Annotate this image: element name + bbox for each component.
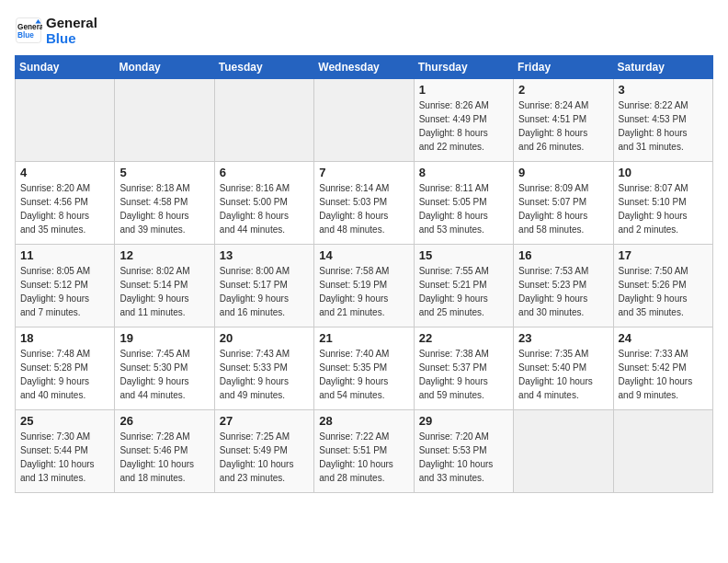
calendar-cell: 24Sunrise: 7:33 AM Sunset: 5:42 PM Dayli… <box>613 327 712 410</box>
calendar-cell: 18Sunrise: 7:48 AM Sunset: 5:28 PM Dayli… <box>16 327 115 410</box>
calendar-cell: 12Sunrise: 8:02 AM Sunset: 5:14 PM Dayli… <box>115 245 214 327</box>
calendar-cell <box>115 79 214 162</box>
calendar-cell: 14Sunrise: 7:58 AM Sunset: 5:19 PM Dayli… <box>314 245 414 327</box>
weekday-header: Wednesday <box>314 56 414 79</box>
day-info: Sunrise: 7:45 AM Sunset: 5:30 PM Dayligh… <box>119 347 209 402</box>
calendar-cell <box>16 79 115 162</box>
calendar-cell: 9Sunrise: 8:09 AM Sunset: 5:07 PM Daylig… <box>514 162 613 245</box>
day-number: 4 <box>20 166 109 179</box>
calendar-cell: 28Sunrise: 7:22 AM Sunset: 5:51 PM Dayli… <box>314 410 414 493</box>
day-info: Sunrise: 7:53 AM Sunset: 5:23 PM Dayligh… <box>518 264 608 319</box>
day-info: Sunrise: 8:18 AM Sunset: 4:58 PM Dayligh… <box>119 181 209 236</box>
calendar-cell: 2Sunrise: 8:24 AM Sunset: 4:51 PM Daylig… <box>514 79 613 162</box>
day-number: 17 <box>619 248 708 262</box>
day-number: 25 <box>20 414 109 428</box>
day-number: 13 <box>220 248 309 262</box>
day-info: Sunrise: 7:40 AM Sunset: 5:35 PM Dayligh… <box>319 347 408 402</box>
calendar-cell <box>314 79 414 162</box>
logo-blue: Blue <box>46 30 97 46</box>
weekday-header: Thursday <box>414 56 513 79</box>
day-info: Sunrise: 7:48 AM Sunset: 5:28 PM Dayligh… <box>20 347 109 402</box>
calendar-table: SundayMondayTuesdayWednesdayThursdayFrid… <box>15 55 713 493</box>
day-number: 1 <box>419 83 508 97</box>
calendar-cell: 16Sunrise: 7:53 AM Sunset: 5:23 PM Dayli… <box>514 245 613 327</box>
weekday-header: Friday <box>514 56 613 79</box>
weekday-header: Tuesday <box>214 56 313 79</box>
day-number: 14 <box>319 248 408 262</box>
day-info: Sunrise: 8:07 AM Sunset: 5:10 PM Dayligh… <box>619 181 708 236</box>
day-info: Sunrise: 7:30 AM Sunset: 5:44 PM Dayligh… <box>20 430 109 485</box>
calendar-cell: 6Sunrise: 8:16 AM Sunset: 5:00 PM Daylig… <box>214 162 313 245</box>
day-info: Sunrise: 8:05 AM Sunset: 5:12 PM Dayligh… <box>20 264 109 319</box>
day-number: 16 <box>518 248 608 262</box>
calendar-cell <box>214 79 313 162</box>
day-number: 23 <box>518 331 608 345</box>
page-header: General Blue General Blue <box>15 15 713 46</box>
weekday-header: Sunday <box>16 56 115 79</box>
day-info: Sunrise: 8:11 AM Sunset: 5:05 PM Dayligh… <box>419 181 508 236</box>
calendar-cell: 7Sunrise: 8:14 AM Sunset: 5:03 PM Daylig… <box>314 162 414 245</box>
calendar-cell <box>613 410 712 493</box>
calendar-cell: 22Sunrise: 7:38 AM Sunset: 5:37 PM Dayli… <box>414 327 513 410</box>
day-info: Sunrise: 7:35 AM Sunset: 5:40 PM Dayligh… <box>518 347 608 402</box>
day-info: Sunrise: 8:16 AM Sunset: 5:00 PM Dayligh… <box>220 181 309 236</box>
day-info: Sunrise: 7:58 AM Sunset: 5:19 PM Dayligh… <box>319 264 408 319</box>
day-number: 8 <box>419 166 508 179</box>
day-number: 22 <box>419 331 508 345</box>
day-number: 21 <box>319 331 408 345</box>
day-info: Sunrise: 7:33 AM Sunset: 5:42 PM Dayligh… <box>619 347 708 402</box>
calendar-cell: 4Sunrise: 8:20 AM Sunset: 4:56 PM Daylig… <box>16 162 115 245</box>
calendar-cell: 29Sunrise: 7:20 AM Sunset: 5:53 PM Dayli… <box>414 410 513 493</box>
day-info: Sunrise: 7:25 AM Sunset: 5:49 PM Dayligh… <box>220 430 309 485</box>
day-number: 26 <box>119 414 209 428</box>
day-info: Sunrise: 8:02 AM Sunset: 5:14 PM Dayligh… <box>119 264 209 319</box>
calendar-cell: 19Sunrise: 7:45 AM Sunset: 5:30 PM Dayli… <box>115 327 214 410</box>
day-number: 29 <box>419 414 508 428</box>
day-info: Sunrise: 7:50 AM Sunset: 5:26 PM Dayligh… <box>619 264 708 319</box>
day-number: 7 <box>319 166 408 179</box>
calendar-cell: 10Sunrise: 8:07 AM Sunset: 5:10 PM Dayli… <box>613 162 712 245</box>
day-number: 2 <box>518 83 608 97</box>
day-number: 5 <box>119 166 209 179</box>
calendar-cell: 8Sunrise: 8:11 AM Sunset: 5:05 PM Daylig… <box>414 162 513 245</box>
calendar-cell: 26Sunrise: 7:28 AM Sunset: 5:46 PM Dayli… <box>115 410 214 493</box>
calendar-cell: 13Sunrise: 8:00 AM Sunset: 5:17 PM Dayli… <box>214 245 313 327</box>
day-number: 12 <box>119 248 209 262</box>
day-number: 9 <box>518 166 608 179</box>
day-info: Sunrise: 8:24 AM Sunset: 4:51 PM Dayligh… <box>518 98 608 154</box>
day-number: 20 <box>220 331 309 345</box>
calendar-cell: 3Sunrise: 8:22 AM Sunset: 4:53 PM Daylig… <box>613 79 712 162</box>
weekday-header: Monday <box>115 56 214 79</box>
day-info: Sunrise: 8:09 AM Sunset: 5:07 PM Dayligh… <box>518 181 608 236</box>
calendar-cell: 21Sunrise: 7:40 AM Sunset: 5:35 PM Dayli… <box>314 327 414 410</box>
logo: General Blue General Blue <box>15 15 97 46</box>
day-number: 6 <box>220 166 309 179</box>
svg-text:General: General <box>17 23 42 31</box>
calendar-cell: 5Sunrise: 8:18 AM Sunset: 4:58 PM Daylig… <box>115 162 214 245</box>
calendar-cell: 27Sunrise: 7:25 AM Sunset: 5:49 PM Dayli… <box>214 410 313 493</box>
day-info: Sunrise: 7:43 AM Sunset: 5:33 PM Dayligh… <box>220 347 309 402</box>
day-info: Sunrise: 8:22 AM Sunset: 4:53 PM Dayligh… <box>619 98 708 154</box>
logo-general: General <box>46 15 97 30</box>
day-number: 27 <box>220 414 309 428</box>
day-info: Sunrise: 8:14 AM Sunset: 5:03 PM Dayligh… <box>319 181 408 236</box>
calendar-cell: 23Sunrise: 7:35 AM Sunset: 5:40 PM Dayli… <box>514 327 613 410</box>
calendar-cell: 1Sunrise: 8:26 AM Sunset: 4:49 PM Daylig… <box>414 79 513 162</box>
calendar-cell: 15Sunrise: 7:55 AM Sunset: 5:21 PM Dayli… <box>414 245 513 327</box>
day-number: 15 <box>419 248 508 262</box>
day-number: 11 <box>20 248 109 262</box>
calendar-cell: 25Sunrise: 7:30 AM Sunset: 5:44 PM Dayli… <box>16 410 115 493</box>
day-number: 24 <box>619 331 708 345</box>
day-info: Sunrise: 7:22 AM Sunset: 5:51 PM Dayligh… <box>319 430 408 485</box>
logo-icon: General Blue <box>15 17 42 44</box>
day-number: 18 <box>20 331 109 345</box>
day-number: 19 <box>119 331 209 345</box>
calendar-cell <box>514 410 613 493</box>
day-info: Sunrise: 8:20 AM Sunset: 4:56 PM Dayligh… <box>20 181 109 236</box>
day-number: 10 <box>619 166 708 179</box>
day-info: Sunrise: 7:20 AM Sunset: 5:53 PM Dayligh… <box>419 430 508 485</box>
day-info: Sunrise: 7:38 AM Sunset: 5:37 PM Dayligh… <box>419 347 508 402</box>
calendar-cell: 11Sunrise: 8:05 AM Sunset: 5:12 PM Dayli… <box>16 245 115 327</box>
day-number: 28 <box>319 414 408 428</box>
day-info: Sunrise: 7:28 AM Sunset: 5:46 PM Dayligh… <box>119 430 209 485</box>
